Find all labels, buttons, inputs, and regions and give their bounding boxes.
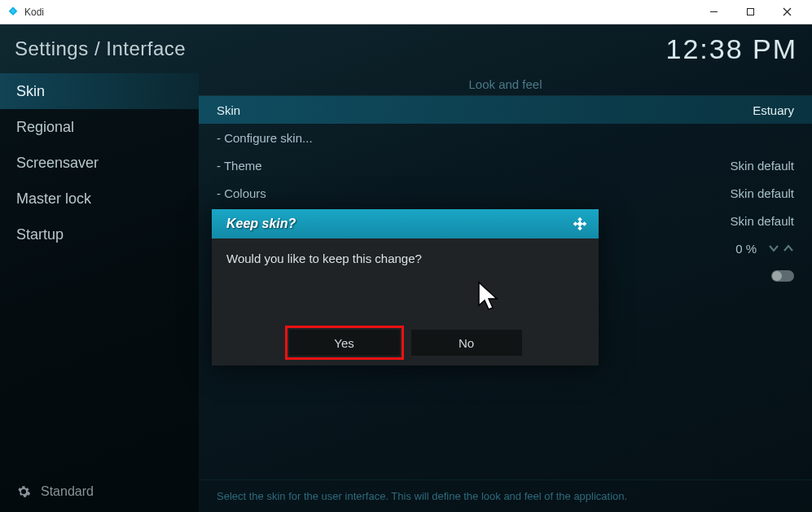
setting-label: - Configure skin... — [217, 131, 313, 145]
dialog-header: Keep skin? — [212, 209, 599, 238]
kodi-app-icon — [7, 6, 20, 19]
setting-row-skin[interactable]: Skin Estuary — [199, 96, 812, 124]
setting-label: Skin — [217, 103, 240, 117]
app-content: Settings / Interface 12:38 PM Skin Regio… — [0, 24, 812, 512]
setting-value: Skin default — [731, 186, 794, 200]
sidebar-item-startup[interactable]: Startup — [0, 217, 199, 252]
sidebar-item-master-lock[interactable]: Master lock — [0, 181, 199, 217]
settings-level[interactable]: Standard — [0, 471, 199, 512]
sidebar-list: Skin Regional Screensaver Master lock St… — [0, 73, 199, 471]
dialog-buttons: Yes No — [212, 330, 599, 356]
svg-rect-0 — [748, 9, 754, 15]
chevron-up-icon[interactable] — [783, 244, 794, 252]
maximize-button[interactable] — [732, 1, 769, 24]
setting-value: Skin default — [731, 159, 794, 173]
breadcrumb: Settings / Interface — [15, 37, 186, 60]
no-button[interactable]: No — [411, 330, 522, 356]
settings-level-label: Standard — [41, 484, 94, 499]
setting-row-configure-skin[interactable]: - Configure skin... — [199, 124, 812, 151]
window-titlebar: Kodi — [0, 0, 812, 24]
dialog-title: Keep skin? — [226, 217, 296, 231]
window-controls — [696, 1, 805, 24]
setting-zoom-controls[interactable]: 0 % — [735, 242, 794, 256]
kodi-logo-icon — [571, 215, 589, 233]
clock: 12:38 PM — [665, 33, 797, 65]
chevron-down-icon[interactable] — [768, 244, 779, 252]
sidebar-item-skin[interactable]: Skin — [0, 73, 199, 109]
help-text: Select the skin for the user interface. … — [199, 479, 812, 512]
sidebar-item-regional[interactable]: Regional — [0, 109, 199, 145]
gear-icon — [16, 484, 31, 499]
setting-value: 0 % — [735, 242, 757, 256]
setting-row-theme[interactable]: - Theme Skin default — [199, 151, 812, 179]
setting-label: - Colours — [217, 186, 266, 200]
yes-button[interactable]: Yes — [289, 330, 400, 356]
app-header: Settings / Interface 12:38 PM — [0, 24, 812, 73]
close-button[interactable] — [769, 1, 805, 24]
toggle-rss[interactable] — [771, 270, 794, 282]
setting-value: Estuary — [753, 103, 794, 117]
sidebar: Skin Regional Screensaver Master lock St… — [0, 73, 199, 512]
setting-label: - Theme — [217, 159, 262, 173]
setting-value: Skin default — [731, 214, 794, 228]
section-title: Look and feel — [199, 73, 812, 96]
dialog-keep-skin: Keep skin? Would you like to keep this c… — [212, 209, 599, 365]
window-title: Kodi — [24, 7, 696, 18]
sidebar-item-screensaver[interactable]: Screensaver — [0, 145, 199, 181]
setting-row-colours[interactable]: - Colours Skin default — [199, 179, 812, 207]
minimize-button[interactable] — [696, 1, 732, 24]
dialog-message: Would you like to keep this change? — [212, 238, 599, 278]
